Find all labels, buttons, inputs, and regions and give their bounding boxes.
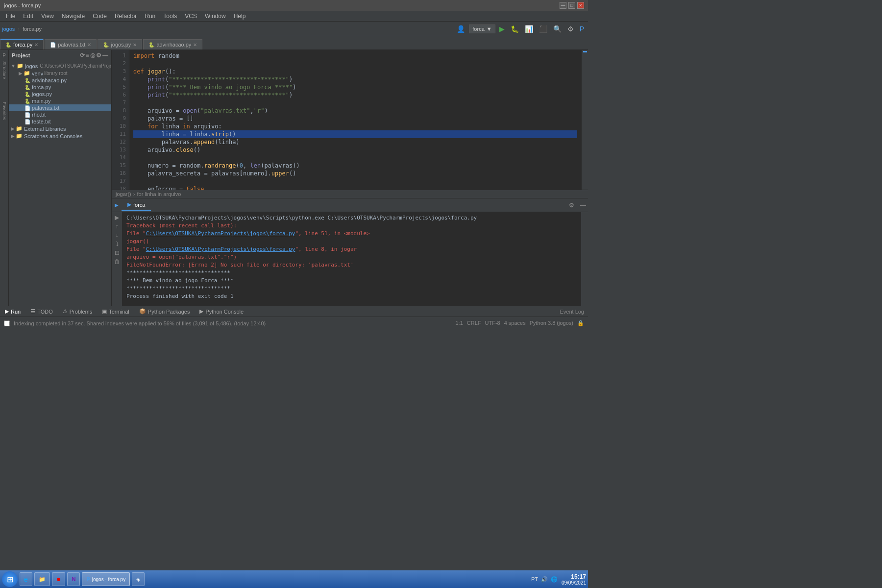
avatar-icon[interactable]: 👤 [455, 24, 467, 34]
tree-item-jogos[interactable]: ▼ 📁 jogos C:\Users\OTSUKA\PycharmProject… [9, 62, 111, 70]
project-icon[interactable]: P [1, 52, 7, 59]
bottom-tab-packages[interactable]: 📦 Python Packages [134, 307, 195, 316]
run-restart-button[interactable]: ▶ [115, 214, 119, 221]
menu-refactor[interactable]: Refactor [111, 12, 141, 21]
python-version[interactable]: Python 3.8 (jogos) [530, 320, 573, 326]
locate-icon[interactable]: ◎ [90, 52, 95, 59]
code-line-8: arquivo = open("palavras.txt","r") [133, 107, 577, 115]
settings-button[interactable]: ⚙ [565, 24, 576, 34]
tab-jogos-close[interactable]: ✕ [133, 42, 137, 48]
breadcrumb-jogos[interactable]: jogos [2, 26, 15, 32]
line-ending[interactable]: CRLF [467, 320, 481, 326]
menu-vcs[interactable]: VCS [181, 12, 201, 21]
run-line-10: ******************************** [126, 285, 577, 293]
ln-3: 3 [114, 68, 126, 75]
collapse-all-icon[interactable]: ≡ [86, 52, 89, 59]
ln-12: 12 [114, 138, 126, 146]
expand-arrow-scratches: ▶ [11, 133, 15, 139]
run-button[interactable]: ▶ [497, 24, 507, 34]
toolbar-right: 👤 forca ▼ ▶ 🐛 📊 ⬛ 🔍 ⚙ P [455, 24, 586, 34]
panel-settings-icon[interactable]: ⚙ [96, 52, 101, 59]
run-output: C:\Users\OTSUKA\PycharmProjects\jogos\ve… [122, 212, 581, 306]
cursor-position[interactable]: 1:1 [455, 320, 463, 326]
ln-13: 13 [114, 146, 126, 154]
favorites-icon[interactable]: Favorites [1, 101, 8, 121]
title-bar: jogos - forca.py — □ ✕ [0, 0, 588, 11]
tab-forca-py[interactable]: 🐍 forca.py ✕ [0, 39, 44, 49]
tab-close-icon[interactable]: ✕ [34, 42, 38, 48]
bottom-tab-console[interactable]: ▶ Python Console [195, 307, 248, 316]
tab-jogos-py[interactable]: 🐍 jogos.py ✕ [98, 39, 142, 49]
tree-item-forca[interactable]: 🐍 forca.py [9, 84, 111, 91]
run-tab-active[interactable]: ▶ forca [122, 199, 151, 211]
indentation[interactable]: 4 spaces [504, 320, 526, 326]
encoding[interactable]: UTF-8 [485, 320, 500, 326]
run-filter-button[interactable]: ⊟ [115, 249, 120, 256]
tree-item-palavras[interactable]: 📄 palavras.txt [9, 104, 111, 111]
panel-minimize-icon[interactable]: — [102, 52, 108, 59]
code-content[interactable]: import random def jogar(): print("******… [129, 50, 581, 190]
minimize-button[interactable]: — [560, 2, 566, 9]
debug-button[interactable]: 🐛 [509, 24, 521, 34]
menu-window[interactable]: Window [201, 12, 230, 21]
menu-code[interactable]: Code [89, 12, 111, 21]
panel-header-buttons: ⟳ ≡ ◎ ⚙ — [80, 52, 108, 59]
code-editor[interactable]: 1 2 3 4 5 6 7 8 9 10 11 12 13 14 15 16 1… [112, 50, 588, 190]
tab-palavras-label: palavras.txt [58, 42, 85, 48]
event-log-link[interactable]: Event Log [556, 309, 588, 315]
structure-icon[interactable]: Structure [1, 60, 8, 80]
tree-item-ext-libs[interactable]: ▶ 📁 External Libraries [9, 125, 111, 132]
run-content: ▶ ↑ ↓ ⤵ ⊟ 🗑 C:\Users\OTSUKA\PycharmProje… [112, 212, 588, 306]
menu-edit[interactable]: Edit [19, 12, 37, 21]
run-clear-button[interactable]: 🗑 [114, 258, 120, 265]
scroll-indicator [583, 51, 587, 52]
menu-run[interactable]: Run [141, 12, 159, 21]
sync-icon[interactable]: ⟳ [80, 52, 85, 59]
tree-item-scratches[interactable]: ▶ 📁 Scratches and Consoles [9, 132, 111, 140]
breadcrumb-forca[interactable]: forca.py [23, 26, 42, 32]
run-config-dropdown[interactable]: forca ▼ [469, 24, 495, 33]
menu-file[interactable]: File [2, 12, 19, 21]
run-down-button[interactable]: ↓ [116, 232, 119, 239]
menu-help[interactable]: Help [230, 12, 250, 21]
tab-advinhacao-py[interactable]: 🐍 advinhacao.py ✕ [143, 39, 202, 49]
run-link-2[interactable]: C:\Users\OTSUKA\PycharmProjects\jogos\fo… [146, 246, 295, 252]
run-settings-icon[interactable]: ⚙ [567, 202, 576, 209]
tree-item-venv[interactable]: ▶ 📁 venv library root [9, 70, 111, 77]
tab-palavras-close[interactable]: ✕ [87, 42, 91, 48]
stop-button[interactable]: ⬛ [537, 24, 549, 34]
bottom-tab-terminal[interactable]: ▣ Terminal [97, 307, 134, 316]
tree-label-forca: forca.py [32, 84, 51, 90]
maximize-button[interactable]: □ [568, 2, 575, 9]
pycharm-icon: P [578, 24, 586, 34]
code-line-7 [133, 99, 577, 107]
run-wrap-button[interactable]: ⤵ [116, 241, 119, 247]
menu-navigate[interactable]: Navigate [58, 12, 89, 21]
run-up-button[interactable]: ↑ [116, 223, 119, 230]
close-button[interactable]: ✕ [577, 2, 584, 9]
breadcrumb-sep: › [18, 26, 20, 32]
indexing-checkbox[interactable] [4, 320, 10, 326]
search-everywhere-button[interactable]: 🔍 [551, 24, 564, 34]
run-tabs-bar: ▶ ▶ forca ⚙ — [112, 198, 588, 212]
bottom-tab-todo[interactable]: ☰ TODO [25, 307, 58, 316]
menu-view[interactable]: View [37, 12, 58, 21]
tree-item-main-py[interactable]: 🐍 main.py [9, 98, 111, 104]
code-line-3: def jogar(): [133, 68, 577, 75]
tree-item-rho[interactable]: 📄 rho.bt [9, 111, 111, 118]
bottom-tab-problems[interactable]: ⚠ Problems [58, 307, 97, 316]
tree-item-teste[interactable]: 📄 teste.txt [9, 118, 111, 125]
tab-palavras-txt[interactable]: 📄 palavras.txt ✕ [45, 39, 97, 49]
tree-item-advinhacao[interactable]: 🐍 advinhacao.py [9, 77, 111, 84]
tree-item-jogos-py[interactable]: 🐍 jogos.py [9, 91, 111, 98]
run-link-1[interactable]: C:\Users\OTSUKA\PycharmProjects\jogos\fo… [146, 230, 295, 237]
menu-tools[interactable]: Tools [159, 12, 181, 21]
run-close-icon[interactable]: — [578, 202, 588, 209]
bottom-tab-run[interactable]: ▶ Run [0, 307, 25, 316]
tree-label-advinhacao: advinhacao.py [32, 77, 67, 83]
console-label: Python Console [205, 309, 244, 315]
tab-adv-close[interactable]: ✕ [193, 42, 197, 48]
run-with-coverage-button[interactable]: 📊 [523, 24, 535, 34]
code-line-9: palavras = [] [133, 115, 577, 122]
run-line-6: arquivo = open("palavras.txt","r") [126, 253, 577, 261]
